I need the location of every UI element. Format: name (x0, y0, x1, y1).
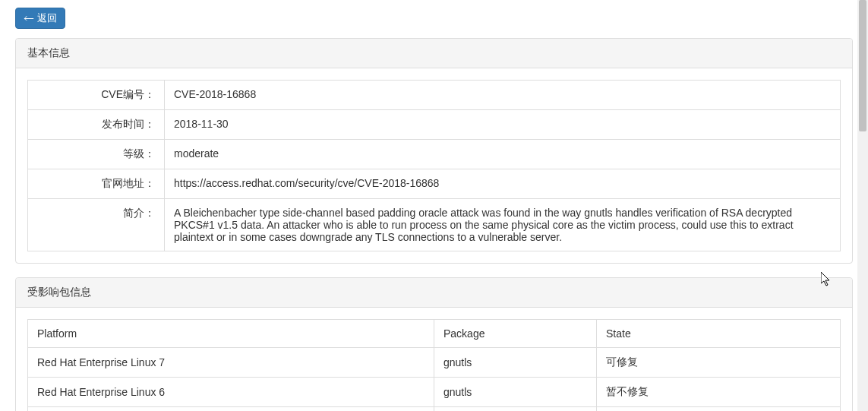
cell-platform: Red Hat Enterprise Linux 6 (28, 378, 434, 407)
affected-body: Platform Package State Red Hat Enterpris… (16, 308, 852, 411)
basic-info-panel: 基本信息 CVE编号： CVE-2018-16868 发布时间： 2018-11… (15, 38, 853, 264)
info-row-cve: CVE编号： CVE-2018-16868 (28, 81, 841, 110)
affected-title: 受影响包信息 (27, 286, 91, 298)
info-label: 等级： (28, 140, 165, 169)
cell-package: gnutls (434, 407, 597, 412)
cell-package: gnutls (434, 348, 597, 378)
table-row: Red Hat Enterprise Linux 7 gnutls 可修复 (28, 348, 841, 378)
info-value: CVE-2018-16868 (165, 81, 841, 110)
info-row-severity: 等级： moderate (28, 140, 841, 169)
table-row: Red Hat Enterprise Linux 6 gnutls 暂不修复 (28, 378, 841, 407)
info-label: CVE编号： (28, 81, 165, 110)
back-button[interactable]: 🡐 返回 (15, 8, 65, 29)
affected-table: Platform Package State Red Hat Enterpris… (27, 319, 841, 411)
cell-package: gnutls (434, 378, 597, 407)
basic-info-table: CVE编号： CVE-2018-16868 发布时间： 2018-11-30 等… (27, 80, 841, 251)
info-value: 2018-11-30 (165, 110, 841, 140)
col-state: State (597, 320, 841, 348)
affected-panel: 受影响包信息 Platform Package State Red Hat En… (15, 277, 853, 411)
arrow-left-icon: 🡐 (24, 12, 34, 24)
affected-header: 受影响包信息 (16, 278, 852, 308)
info-value: A Bleichenbacher type side-channel based… (165, 199, 841, 251)
info-label: 发布时间： (28, 110, 165, 140)
back-button-label: 返回 (37, 11, 57, 25)
scrollbar-thumb[interactable] (859, 0, 866, 131)
info-label: 官网地址： (28, 169, 165, 199)
basic-info-body: CVE编号： CVE-2018-16868 发布时间： 2018-11-30 等… (16, 68, 852, 263)
scrollbar-track[interactable] (857, 0, 868, 411)
info-row-url: 官网地址： https://access.redhat.com/security… (28, 169, 841, 199)
col-package: Package (434, 320, 597, 348)
info-row-published: 发布时间： 2018-11-30 (28, 110, 841, 140)
affected-table-header-row: Platform Package State (28, 320, 841, 348)
cell-state: 可修复 (597, 348, 841, 378)
info-row-summary: 简介： A Bleichenbacher type side-channel b… (28, 199, 841, 251)
col-platform: Platform (28, 320, 434, 348)
cell-state: 暂不修复 (597, 378, 841, 407)
basic-info-header: 基本信息 (16, 39, 852, 68)
info-label: 简介： (28, 199, 165, 251)
info-value: https://access.redhat.com/security/cve/C… (165, 169, 841, 199)
basic-info-title: 基本信息 (27, 46, 70, 58)
cell-platform: Red Hat Enterprise Linux 5 (28, 407, 434, 412)
cell-state: 暂不修复 (597, 407, 841, 412)
info-value: moderate (165, 140, 841, 169)
table-row: Red Hat Enterprise Linux 5 gnutls 暂不修复 (28, 407, 841, 412)
cell-platform: Red Hat Enterprise Linux 7 (28, 348, 434, 378)
